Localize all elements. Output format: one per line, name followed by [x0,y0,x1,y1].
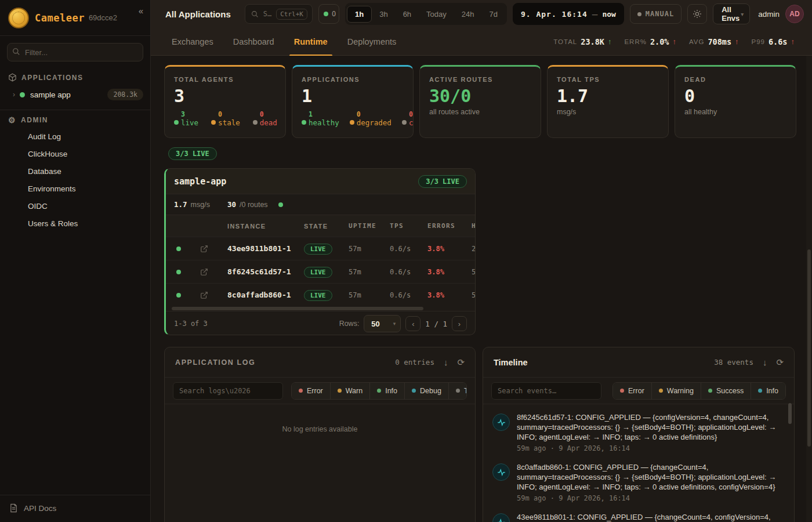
connection-status-pill[interactable]: O [318,4,339,24]
activity-icon [492,414,510,431]
filter-error[interactable]: Error [613,383,651,399]
range-today-button[interactable]: Today [419,6,454,22]
download-icon[interactable]: ↓ [444,357,448,367]
metric-total: TOTAL 23.8K ↑ [553,37,611,46]
instance-row[interactable]: 8c0affadb860-1 LIVE 57m 0.6/s 3.8% 5 [166,283,475,306]
app-title: Cameleer [35,12,85,24]
horizontal-scrollbar[interactable] [167,306,474,311]
page-indicator: 1 / 1 [425,320,447,328]
header-metrics: TOTAL 23.8K ↑ ERR% 2.0% ↑ AVG 708ms ↑ P9… [553,37,795,46]
range-7d-button[interactable]: 7d [482,6,505,22]
external-link-icon[interactable] [191,268,217,276]
rows-per-page-select[interactable]: 50 ▾ [364,315,401,332]
username-label: admin [758,10,780,19]
prev-page-button[interactable]: ‹ [405,316,420,331]
log-level-filter-group: Error Warn Info Debug Trace [291,382,467,400]
activity-icon [492,463,510,481]
success-dot [708,389,712,393]
theme-toggle-button[interactable] [687,4,707,24]
sidebar-item-oidc[interactable]: OIDC [0,197,150,215]
environments-select[interactable]: All Envs ▾ [713,3,750,24]
range-end-time: now [602,10,615,19]
instance-row[interactable]: 43ee9811b801-1 LIVE 57m 0.6/s 3.8% 2 [166,237,475,260]
card-total-agents: TOTAL AGENTS 3 3live 0stale 0dead [164,65,286,138]
sidebar-item-environments[interactable]: Environments [0,180,150,197]
error-dot [299,389,303,393]
timeline-event[interactable]: 8f6245c61d57-1: CONFIG_APPLIED — {config… [492,412,782,452]
page-scrollbar[interactable] [806,56,812,522]
filter-trace[interactable]: Trace [448,383,467,399]
filter-info[interactable]: Info [369,383,404,399]
global-search-button[interactable]: S… Ctrl+K [245,4,313,24]
timeline-event[interactable]: 43ee9811b801-1: CONFIG_APPLIED — {change… [492,512,782,522]
external-link-icon[interactable] [191,245,217,253]
trend-up-icon: ↑ [608,37,612,46]
sidebar-filter-input[interactable] [7,43,143,61]
tab-runtime[interactable]: Runtime [294,28,328,56]
filter-warning[interactable]: Warning [651,383,701,399]
range-start-time: 9. Apr. 16:14 [521,10,588,19]
timeline-scrollbar[interactable] [788,403,792,522]
error-dot [620,389,624,393]
api-docs-link[interactable]: API Docs [0,495,150,522]
instance-status-dot [176,246,181,251]
tabbar: Exchanges Dashboard Runtime Deployments … [151,28,812,56]
trace-dot [456,389,460,393]
event-message: 8c0affadb860-1: CONFIG_APPLIED — {change… [517,462,782,492]
filter-success[interactable]: Success [701,383,751,399]
log-search-input[interactable] [173,382,283,400]
chevron-right-icon[interactable]: › [13,90,15,99]
timeline-filter-group: Error Warning Success Info [612,382,786,400]
info-dot [758,389,762,393]
substat-critical: 0criti [402,110,414,128]
filter-warn[interactable]: Warn [330,383,369,399]
sidebar-collapse-icon[interactable]: « [139,6,143,16]
filter-info[interactable]: Info [751,383,785,399]
manual-refresh-toggle[interactable]: MANUAL [630,4,682,24]
range-6h-button[interactable]: 6h [396,6,419,22]
next-page-button[interactable]: › [452,316,467,331]
instance-row[interactable]: 8f6245c61d57-1 LIVE 57m 0.6/s 3.8% 5 [166,260,475,283]
log-panel-title: APPLICATION LOG [175,358,255,367]
refresh-icon[interactable]: ⟳ [457,357,465,368]
page-title: All Applications [165,9,231,19]
sidebar-item-sample-app[interactable]: › sample app 208.3k [0,85,150,104]
main-content: TOTAL AGENTS 3 3live 0stale 0dead APPLIC… [151,56,812,522]
log-empty-state: No log entries available [165,425,475,433]
refresh-icon[interactable]: ⟳ [776,357,784,368]
substat-live: 3live [174,110,198,128]
date-range-display[interactable]: 9. Apr. 16:14 – now [513,3,624,25]
event-timestamp: 59m ago · 9 Apr 2026, 16:14 [517,494,782,502]
user-avatar[interactable]: AD [785,5,804,23]
tab-dashboard[interactable]: Dashboard [233,28,274,56]
search-icon [12,48,20,56]
tab-deployments[interactable]: Deployments [347,28,397,56]
filter-error[interactable]: Error [292,383,330,399]
applications-section-header: APPLICATIONS [0,67,150,85]
sidebar-item-clickhouse[interactable]: ClickHouse [0,145,150,162]
time-range-group: 1h 3h 6h Today 24h 7d [345,3,507,25]
cameleer-logo-icon [8,8,29,28]
build-hash: 69dcce2 [89,13,117,22]
logo-row: Cameleer 69dcce2 « [0,0,150,36]
sidebar-item-database[interactable]: Database [0,162,150,180]
topbar: All Applications S… Ctrl+K O 1h 3h 6h To… [151,0,812,28]
external-link-icon[interactable] [191,291,217,299]
sidebar-item-users-roles[interactable]: Users & Roles [0,215,150,232]
metric-err-pct: ERR% 2.0% ↑ [624,37,676,46]
timeline-search-input[interactable] [491,382,601,400]
warn-dot [338,389,342,393]
timeline-panel: Timeline 38 events ↓ ⟳ Error Warning Suc… [483,347,795,522]
range-3h-button[interactable]: 3h [372,6,395,22]
sidebar-item-audit-log[interactable]: Audit Log [0,128,150,145]
timeline-events-count: 38 events [714,358,753,367]
online-status-dot [324,12,328,16]
substat-degraded: 0degraded [350,110,392,128]
filter-debug[interactable]: Debug [404,383,448,399]
timeline-event[interactable]: 8c0affadb860-1: CONFIG_APPLIED — {change… [492,462,782,502]
tab-exchanges[interactable]: Exchanges [172,28,213,56]
range-24h-button[interactable]: 24h [454,6,482,22]
app-card-stats: 1.7 msg/s 30 /0 routes [166,194,475,215]
range-1h-button[interactable]: 1h [347,6,372,23]
download-icon[interactable]: ↓ [763,357,767,367]
